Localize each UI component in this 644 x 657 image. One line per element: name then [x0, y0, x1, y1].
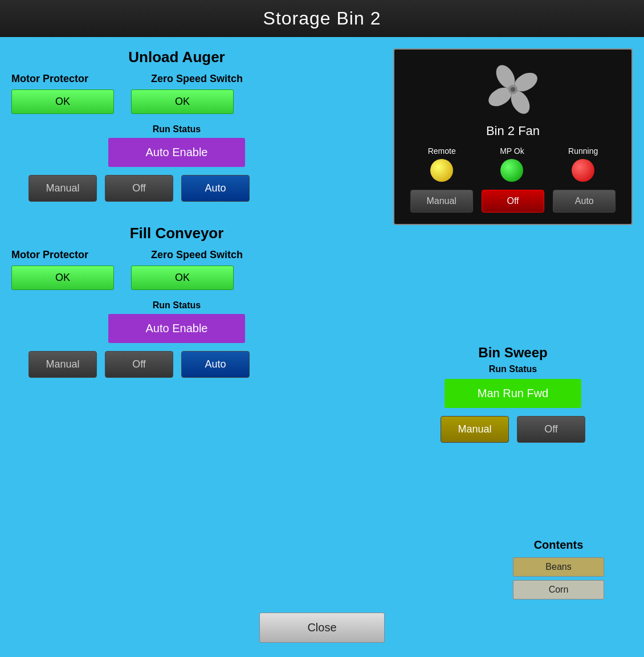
fan-mp-ok-label: MP Ok [500, 146, 524, 156]
contents-heading: Contents [484, 538, 633, 552]
unload-run-status-value[interactable]: Auto Enable [108, 138, 245, 167]
unload-zero-speed-label: Zero Speed Switch [151, 73, 243, 85]
unload-auto-button[interactable]: Auto [181, 175, 250, 202]
fan-panel: Bin 2 Fan Remote MP Ok Running Manual Of… [393, 48, 633, 225]
svg-point-6 [511, 87, 515, 92]
fan-remote-label: Remote [428, 146, 456, 156]
fan-mp-ok-led [500, 159, 523, 182]
fan-remote-indicator: Remote [428, 146, 456, 182]
unload-manual-button[interactable]: Manual [28, 175, 97, 202]
fan-title: Bin 2 Fan [406, 124, 620, 138]
unload-zero-ok-button[interactable]: OK [131, 89, 234, 114]
bin-sweep-panel: Bin Sweep Run Status Man Run Fwd Manual … [393, 345, 633, 443]
fan-icon [484, 61, 541, 118]
contents-corn-item[interactable]: Corn [513, 580, 604, 599]
unload-motor-ok-button[interactable]: OK [11, 89, 114, 114]
bin-sweep-off-button[interactable]: Off [517, 416, 585, 443]
contents-section: Contents Beans Corn [484, 538, 633, 603]
fan-running-label: Running [568, 146, 598, 156]
fill-auto-button[interactable]: Auto [181, 351, 250, 378]
fill-zero-speed-label: Zero Speed Switch [151, 249, 243, 261]
fan-running-indicator: Running [568, 146, 598, 182]
bin-sweep-run-status-label: Run Status [393, 364, 633, 374]
fan-off-button[interactable]: Off [482, 190, 544, 213]
unload-auger-heading: Unload Auger [11, 48, 342, 66]
fan-manual-button[interactable]: Manual [410, 190, 473, 213]
bin-sweep-heading: Bin Sweep [393, 345, 633, 361]
fill-off-button[interactable]: Off [105, 351, 173, 378]
unload-run-status-label: Run Status [153, 124, 201, 134]
page-title: Storage Bin 2 [0, 0, 644, 37]
bin-sweep-manual-button[interactable]: Manual [441, 416, 509, 443]
contents-beans-item[interactable]: Beans [513, 557, 604, 577]
fill-run-status-value[interactable]: Auto Enable [108, 314, 245, 343]
fill-zero-ok-button[interactable]: OK [131, 266, 234, 290]
fill-run-status-label: Run Status [153, 300, 201, 311]
unload-motor-protector-label: Motor Protector [11, 73, 88, 85]
close-button-wrapper: Close [259, 613, 385, 643]
fan-auto-button[interactable]: Auto [553, 190, 616, 213]
unload-off-button[interactable]: Off [105, 175, 173, 202]
fill-manual-button[interactable]: Manual [28, 351, 97, 378]
fill-motor-protector-label: Motor Protector [11, 249, 88, 261]
fan-running-led [572, 159, 594, 182]
fan-remote-led [430, 159, 453, 182]
bin-sweep-run-status-value[interactable]: Man Run Fwd [445, 379, 581, 408]
close-button[interactable]: Close [259, 613, 385, 643]
fill-conveyor-heading: Fill Conveyor [11, 225, 342, 242]
fill-motor-ok-button[interactable]: OK [11, 266, 114, 290]
fan-mp-ok-indicator: MP Ok [500, 146, 524, 182]
